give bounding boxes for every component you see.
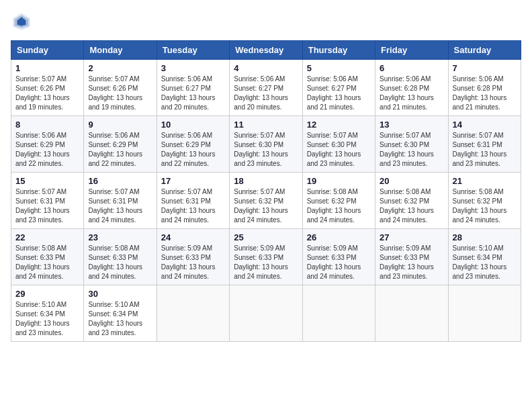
day-info: Sunrise: 5:06 AM Sunset: 6:29 PM Dayligh… [15, 131, 79, 169]
day-number: 24 [161, 232, 225, 242]
day-number: 6 [380, 63, 443, 73]
day-number: 15 [15, 176, 79, 186]
calendar-cell: 20 Sunrise: 5:08 AM Sunset: 6:32 PM Dayl… [375, 173, 448, 229]
day-info: Sunrise: 5:07 AM Sunset: 6:26 PM Dayligh… [88, 75, 152, 112]
day-number: 1 [15, 63, 79, 73]
day-info: Sunrise: 5:08 AM Sunset: 6:33 PM Dayligh… [88, 244, 152, 281]
day-info: Sunrise: 5:10 AM Sunset: 6:34 PM Dayligh… [15, 300, 79, 338]
day-info: Sunrise: 5:10 AM Sunset: 6:34 PM Dayligh… [453, 244, 517, 281]
weekday-header: Saturday [448, 41, 521, 60]
day-info: Sunrise: 5:07 AM Sunset: 6:31 PM Dayligh… [88, 187, 152, 225]
calendar-cell: 29 Sunrise: 5:10 AM Sunset: 6:34 PM Dayl… [11, 285, 84, 342]
day-info: Sunrise: 5:08 AM Sunset: 6:32 PM Dayligh… [453, 187, 517, 225]
calendar-cell: 5 Sunrise: 5:06 AM Sunset: 6:27 PM Dayli… [302, 60, 375, 116]
day-info: Sunrise: 5:07 AM Sunset: 6:32 PM Dayligh… [234, 187, 298, 225]
day-info: Sunrise: 5:06 AM Sunset: 6:29 PM Dayligh… [88, 131, 152, 169]
day-number: 28 [453, 232, 517, 242]
logo [11, 11, 35, 32]
calendar-cell [375, 285, 448, 342]
day-info: Sunrise: 5:09 AM Sunset: 6:33 PM Dayligh… [161, 244, 225, 281]
day-info: Sunrise: 5:10 AM Sunset: 6:34 PM Dayligh… [88, 300, 152, 338]
day-number: 7 [453, 63, 517, 73]
weekday-header: Wednesday [230, 41, 302, 60]
calendar-cell: 13 Sunrise: 5:07 AM Sunset: 6:30 PM Dayl… [375, 116, 448, 173]
calendar-week-row: 1 Sunrise: 5:07 AM Sunset: 6:26 PM Dayli… [11, 60, 521, 116]
weekday-header: Sunday [11, 41, 84, 60]
day-number: 20 [380, 176, 443, 186]
day-info: Sunrise: 5:06 AM Sunset: 6:28 PM Dayligh… [453, 75, 517, 112]
calendar-cell: 2 Sunrise: 5:07 AM Sunset: 6:26 PM Dayli… [84, 60, 157, 116]
day-number: 22 [15, 232, 79, 242]
calendar-cell: 24 Sunrise: 5:09 AM Sunset: 6:33 PM Dayl… [157, 229, 229, 285]
calendar-cell: 27 Sunrise: 5:09 AM Sunset: 6:33 PM Dayl… [375, 229, 448, 285]
day-number: 23 [88, 232, 152, 242]
calendar-header-row: SundayMondayTuesdayWednesdayThursdayFrid… [11, 41, 521, 60]
day-info: Sunrise: 5:06 AM Sunset: 6:27 PM Dayligh… [161, 75, 225, 112]
day-number: 4 [234, 63, 298, 73]
weekday-header: Tuesday [157, 41, 229, 60]
day-info: Sunrise: 5:08 AM Sunset: 6:33 PM Dayligh… [15, 244, 79, 281]
day-number: 8 [15, 120, 79, 130]
day-number: 29 [15, 289, 79, 299]
day-info: Sunrise: 5:06 AM Sunset: 6:28 PM Dayligh… [380, 75, 443, 112]
calendar-cell: 14 Sunrise: 5:07 AM Sunset: 6:31 PM Dayl… [448, 116, 521, 173]
calendar-cell: 18 Sunrise: 5:07 AM Sunset: 6:32 PM Dayl… [230, 173, 302, 229]
day-info: Sunrise: 5:08 AM Sunset: 6:32 PM Dayligh… [307, 187, 371, 225]
weekday-header: Thursday [302, 41, 375, 60]
calendar-cell: 19 Sunrise: 5:08 AM Sunset: 6:32 PM Dayl… [302, 173, 375, 229]
calendar-week-row: 8 Sunrise: 5:06 AM Sunset: 6:29 PM Dayli… [11, 116, 521, 173]
day-number: 27 [380, 232, 443, 242]
calendar-cell: 9 Sunrise: 5:06 AM Sunset: 6:29 PM Dayli… [84, 116, 157, 173]
calendar-week-row: 15 Sunrise: 5:07 AM Sunset: 6:31 PM Dayl… [11, 173, 521, 229]
calendar-cell: 21 Sunrise: 5:08 AM Sunset: 6:32 PM Dayl… [448, 173, 521, 229]
day-info: Sunrise: 5:07 AM Sunset: 6:31 PM Dayligh… [453, 131, 517, 169]
day-number: 3 [161, 63, 225, 73]
calendar-cell: 17 Sunrise: 5:07 AM Sunset: 6:31 PM Dayl… [157, 173, 229, 229]
calendar-cell: 8 Sunrise: 5:06 AM Sunset: 6:29 PM Dayli… [11, 116, 84, 173]
logo-icon [11, 11, 32, 32]
calendar-cell: 15 Sunrise: 5:07 AM Sunset: 6:31 PM Dayl… [11, 173, 84, 229]
day-number: 16 [88, 176, 152, 186]
day-number: 18 [234, 176, 298, 186]
day-number: 26 [307, 232, 371, 242]
day-number: 30 [88, 289, 152, 299]
calendar-cell: 25 Sunrise: 5:09 AM Sunset: 6:33 PM Dayl… [230, 229, 302, 285]
day-number: 10 [161, 120, 225, 130]
calendar-cell [157, 285, 229, 342]
calendar-cell [448, 285, 521, 342]
day-info: Sunrise: 5:08 AM Sunset: 6:32 PM Dayligh… [380, 187, 443, 225]
day-info: Sunrise: 5:07 AM Sunset: 6:30 PM Dayligh… [234, 131, 298, 169]
calendar-cell: 10 Sunrise: 5:06 AM Sunset: 6:29 PM Dayl… [157, 116, 229, 173]
day-number: 5 [307, 63, 371, 73]
day-info: Sunrise: 5:07 AM Sunset: 6:31 PM Dayligh… [161, 187, 225, 225]
calendar-cell: 7 Sunrise: 5:06 AM Sunset: 6:28 PM Dayli… [448, 60, 521, 116]
day-info: Sunrise: 5:07 AM Sunset: 6:26 PM Dayligh… [15, 75, 79, 112]
calendar-week-row: 29 Sunrise: 5:10 AM Sunset: 6:34 PM Dayl… [11, 285, 521, 342]
calendar-cell: 28 Sunrise: 5:10 AM Sunset: 6:34 PM Dayl… [448, 229, 521, 285]
day-info: Sunrise: 5:07 AM Sunset: 6:30 PM Dayligh… [307, 131, 371, 169]
calendar-cell: 4 Sunrise: 5:06 AM Sunset: 6:27 PM Dayli… [230, 60, 302, 116]
calendar-cell: 26 Sunrise: 5:09 AM Sunset: 6:33 PM Dayl… [302, 229, 375, 285]
calendar: SundayMondayTuesdayWednesdayThursdayFrid… [11, 40, 521, 342]
day-info: Sunrise: 5:06 AM Sunset: 6:27 PM Dayligh… [234, 75, 298, 112]
day-info: Sunrise: 5:09 AM Sunset: 6:33 PM Dayligh… [234, 244, 298, 281]
day-number: 11 [234, 120, 298, 130]
calendar-cell: 22 Sunrise: 5:08 AM Sunset: 6:33 PM Dayl… [11, 229, 84, 285]
day-info: Sunrise: 5:06 AM Sunset: 6:29 PM Dayligh… [161, 131, 225, 169]
day-number: 19 [307, 176, 371, 186]
day-number: 9 [88, 120, 152, 130]
calendar-cell: 3 Sunrise: 5:06 AM Sunset: 6:27 PM Dayli… [157, 60, 229, 116]
calendar-cell: 23 Sunrise: 5:08 AM Sunset: 6:33 PM Dayl… [84, 229, 157, 285]
calendar-cell: 6 Sunrise: 5:06 AM Sunset: 6:28 PM Dayli… [375, 60, 448, 116]
day-number: 13 [380, 120, 443, 130]
calendar-cell: 11 Sunrise: 5:07 AM Sunset: 6:30 PM Dayl… [230, 116, 302, 173]
day-number: 21 [453, 176, 517, 186]
day-number: 25 [234, 232, 298, 242]
weekday-header: Monday [84, 41, 157, 60]
weekday-header: Friday [375, 41, 448, 60]
day-number: 17 [161, 176, 225, 186]
calendar-cell [302, 285, 375, 342]
calendar-cell [230, 285, 302, 342]
day-info: Sunrise: 5:07 AM Sunset: 6:31 PM Dayligh… [15, 187, 79, 225]
day-number: 12 [307, 120, 371, 130]
